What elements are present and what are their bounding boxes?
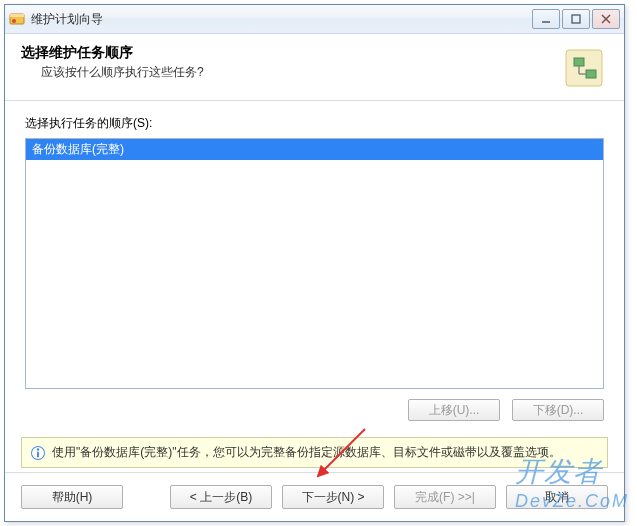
wizard-header: 选择维护任务顺序 应该按什么顺序执行这些任务?	[5, 34, 624, 101]
window-controls	[532, 9, 620, 29]
close-button[interactable]	[592, 9, 620, 29]
wizard-window: 维护计划向导 选择维护任务顺序 应该按什么顺序执行这些任务? 选择执行任务的顺序…	[4, 4, 625, 522]
watermark: 开发者 DevZe.CoM	[515, 453, 629, 512]
svg-rect-4	[572, 15, 580, 23]
info-text: 使用"备份数据库(完整)"任务，您可以为完整备份指定源数据库、目标文件或磁带以及…	[52, 444, 561, 461]
page-title: 选择维护任务顺序	[21, 44, 560, 62]
list-item[interactable]: 备份数据库(完整)	[26, 139, 603, 160]
next-button[interactable]: 下一步(N) >	[282, 485, 384, 509]
wizard-body: 选择执行任务的顺序(S): 备份数据库(完整) 上移(U)... 下移(D)..…	[5, 101, 624, 427]
minimize-button[interactable]	[532, 9, 560, 29]
app-icon	[9, 11, 25, 27]
header-icon	[560, 44, 608, 92]
svg-rect-1	[10, 14, 24, 17]
window-title: 维护计划向导	[31, 11, 532, 28]
task-order-listbox[interactable]: 备份数据库(完整)	[25, 138, 604, 389]
help-button[interactable]: 帮助(H)	[21, 485, 123, 509]
page-subtitle: 应该按什么顺序执行这些任务?	[21, 64, 560, 81]
svg-point-14	[37, 448, 39, 450]
svg-rect-9	[586, 70, 596, 78]
move-up-button[interactable]: 上移(U)...	[408, 399, 500, 421]
svg-rect-8	[574, 58, 584, 66]
move-down-button[interactable]: 下移(D)...	[512, 399, 604, 421]
maximize-button[interactable]	[562, 9, 590, 29]
move-buttons: 上移(U)... 下移(D)...	[25, 399, 604, 421]
info-icon	[30, 445, 46, 461]
svg-rect-7	[566, 50, 602, 86]
list-label: 选择执行任务的顺序(S):	[25, 115, 604, 132]
svg-rect-15	[37, 451, 39, 457]
svg-point-2	[12, 19, 16, 23]
back-button[interactable]: < 上一步(B)	[170, 485, 272, 509]
finish-button[interactable]: 完成(F) >>|	[394, 485, 496, 509]
titlebar: 维护计划向导	[5, 5, 624, 34]
